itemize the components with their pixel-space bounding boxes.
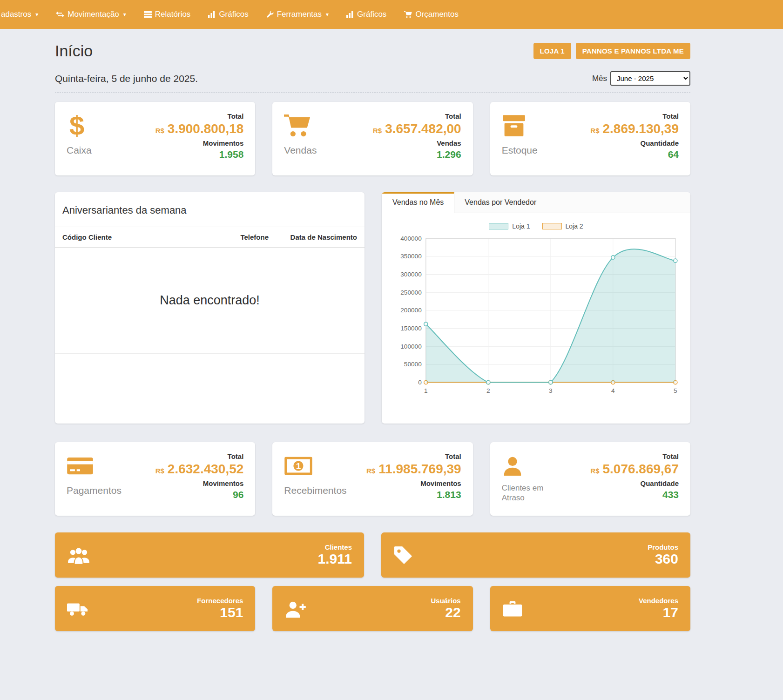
top-nav: adastros ▾ Movimentação ▾ Relatórios Grá… (0, 0, 783, 29)
chart-legend: Loja 1 Loja 2 (390, 222, 682, 230)
tile-label: Fornecedores (197, 597, 243, 605)
stat-label: Caixa (67, 145, 92, 156)
svg-text:1: 1 (296, 461, 301, 471)
metric-label: Movimentos (155, 479, 244, 487)
month-label: Mês (592, 74, 607, 83)
sales-chart: Loja 1 Loja 2 05000010000015000020000025… (382, 213, 690, 403)
tile-value: 151 (197, 605, 243, 621)
header-badges: LOJA 1 PANNOS E PANNOS LTDA ME (533, 43, 690, 59)
svg-text:100000: 100000 (400, 343, 422, 350)
nav-item-orcamentos[interactable]: Orçamentos (395, 0, 467, 29)
total-value: 5.076.869,67 (603, 462, 679, 476)
company-badge[interactable]: PANNOS E PANNOS LTDA ME (576, 43, 690, 59)
exchange-icon (56, 12, 64, 17)
table-icon (144, 11, 152, 18)
clientes-tile[interactable]: Clientes 1.911 (55, 532, 364, 578)
tab-vendas-por-vendedor[interactable]: Vendas por Vendedor (454, 192, 547, 213)
metric-label: Quantidade (590, 139, 679, 147)
total-label: Total (590, 112, 679, 120)
estoque-card: Estoque Total R$2.869.130,39 Quantidade … (490, 102, 690, 175)
metric-label: Movimentos (155, 139, 244, 147)
box-icon (502, 112, 538, 139)
credit-card-icon (67, 452, 122, 479)
svg-text:350000: 350000 (400, 253, 422, 260)
currency-label: R$ (373, 127, 382, 135)
svg-text:1: 1 (424, 387, 428, 394)
briefcase-icon (502, 600, 523, 618)
birthdays-card: Aniversariantes da semana Código Cliente… (55, 192, 364, 424)
metric-value: 64 (590, 149, 679, 160)
legend-label: Loja 2 (566, 222, 583, 230)
nav-item-label: Gráficos (219, 10, 248, 19)
stat-label: Recebimentos (284, 485, 346, 496)
nav-item-graficos-1[interactable]: Gráficos (199, 0, 257, 29)
cart-icon (404, 11, 412, 18)
chevron-down-icon: ▾ (123, 11, 126, 18)
pagamentos-card: Pagamentos Total R$2.632.430,52 Moviment… (55, 442, 255, 516)
vendas-card: Vendas Total R$3.657.482,00 Vendas 1.296 (272, 102, 472, 175)
loja2-swatch (542, 223, 562, 229)
nav-item-label: Gráficos (357, 10, 386, 19)
caixa-card: $ Caixa Total R$3.900.800,18 Movimentos … (55, 102, 255, 175)
line-chart: 0500001000001500002000002500003000003500… (390, 234, 682, 399)
tile-value: 1.911 (318, 551, 352, 567)
bar-chart-icon (208, 11, 216, 18)
birthdays-table-header: Código Cliente Telefone Data de Nascimen… (55, 227, 364, 248)
truck-icon (67, 600, 88, 617)
nav-item-cadastros[interactable]: adastros ▾ (0, 0, 47, 29)
svg-text:250000: 250000 (400, 289, 422, 296)
user-plus-icon (284, 600, 306, 618)
nav-item-label: adastros (1, 10, 31, 19)
total-label: Total (590, 452, 679, 460)
usuarios-tile[interactable]: Usuários 22 (272, 586, 472, 631)
month-select[interactable]: June - 2025 (610, 71, 690, 86)
total-label: Total (155, 112, 244, 120)
currency-label: R$ (590, 467, 599, 475)
total-value: 2.869.130,39 (603, 121, 679, 136)
dollar-icon: $ (67, 112, 92, 139)
produtos-tile[interactable]: Produtos 360 (381, 532, 690, 578)
user-icon (502, 452, 553, 479)
stat-label: Clientes em Atraso (502, 483, 553, 503)
vendedores-tile[interactable]: Vendedores 17 (490, 586, 690, 631)
nav-item-relatorios[interactable]: Relatórios (135, 0, 200, 29)
clientes-atraso-card: Clientes em Atraso Total R$5.076.869,67 … (490, 442, 690, 516)
fornecedores-tile[interactable]: Fornecedores 151 (55, 586, 255, 631)
total-value: 3.657.482,00 (385, 121, 461, 136)
sales-tabs: Vendas no Mês Vendas por Vendedor (382, 192, 690, 213)
metric-value: 433 (590, 489, 679, 500)
chevron-down-icon: ▾ (35, 11, 38, 18)
svg-text:150000: 150000 (400, 325, 422, 332)
recebimentos-card: 1 Recebimentos Total R$11.985.769,39 Mov… (272, 442, 472, 516)
store-badge[interactable]: LOJA 1 (533, 43, 571, 59)
nav-item-label: Relatórios (155, 10, 191, 19)
legend-item-loja2[interactable]: Loja 2 (542, 222, 583, 230)
total-label: Total (366, 452, 461, 460)
legend-item-loja1[interactable]: Loja 1 (489, 222, 530, 230)
metric-value: 1.958 (155, 149, 244, 160)
metric-label: Vendas (373, 139, 461, 147)
column-header-telefone: Telefone (217, 233, 269, 241)
tile-value: 17 (639, 605, 678, 621)
tab-vendas-no-mes[interactable]: Vendas no Mês (382, 192, 454, 213)
wrench-icon (266, 11, 274, 18)
stat-label: Estoque (502, 145, 538, 156)
current-date: Quinta-feira, 5 de junho de 2025. (55, 73, 198, 84)
nav-item-graficos-2[interactable]: Gráficos (338, 0, 395, 29)
nav-item-label: Ferramentas (277, 10, 322, 19)
nav-item-label: Orçamentos (415, 10, 459, 19)
nav-item-movimentacao[interactable]: Movimentação ▾ (47, 0, 135, 29)
bar-chart-icon (346, 11, 354, 18)
legend-label: Loja 1 (512, 222, 530, 230)
svg-text:0: 0 (418, 379, 422, 386)
tag-icon (393, 545, 413, 565)
main-content: Início LOJA 1 PANNOS E PANNOS LTDA ME Qu… (55, 42, 690, 664)
currency-label: R$ (155, 467, 164, 475)
metric-value: 1.813 (366, 489, 461, 500)
tile-label: Vendedores (639, 597, 678, 605)
total-label: Total (373, 112, 461, 120)
total-value: 2.632.430,52 (168, 462, 244, 476)
metric-value: 96 (155, 489, 244, 500)
nav-item-ferramentas[interactable]: Ferramentas ▾ (257, 0, 338, 29)
birthdays-title: Aniversariantes da semana (55, 192, 364, 227)
